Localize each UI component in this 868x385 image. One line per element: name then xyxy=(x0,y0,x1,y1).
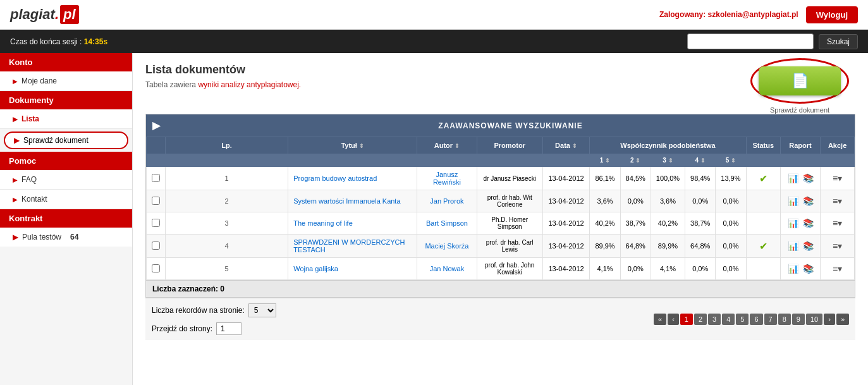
page-button[interactable]: 6 xyxy=(750,314,762,325)
page-button[interactable]: » xyxy=(836,314,849,325)
records-select[interactable]: 5 10 20 xyxy=(248,303,276,317)
book-icon[interactable]: 📚 xyxy=(803,196,814,206)
row-status: ✔ xyxy=(746,235,780,258)
th-c4[interactable]: 4 ⇕ xyxy=(685,154,716,167)
page-button[interactable]: ‹ xyxy=(668,314,679,325)
th-c1[interactable]: 1 ⇕ xyxy=(590,154,620,167)
book-icon[interactable]: 📚 xyxy=(803,241,814,251)
row-lp: 4 xyxy=(166,235,288,258)
pagination-area: Liczba rekordów na stronie: 5 10 20 Prze… xyxy=(145,298,855,340)
arrow-icon: ▶ xyxy=(13,78,18,85)
logout-button[interactable]: Wyloguj xyxy=(806,6,858,23)
goto-page-input[interactable] xyxy=(216,322,241,335)
page-button[interactable]: 3 xyxy=(708,314,721,325)
arrow-right-icon: ▶ xyxy=(152,120,160,131)
row-title[interactable]: SPRAWDZENI W MORDERCZYCH TESTACH xyxy=(288,235,417,258)
row-lp: 3 xyxy=(166,212,288,235)
th-checkbox xyxy=(147,137,166,154)
sidebar-item-faq[interactable]: ▶ FAQ xyxy=(0,170,132,190)
row-author[interactable]: Jan Nowak xyxy=(417,258,477,280)
upload-document-button[interactable]: 📄 xyxy=(759,66,841,95)
row-c4: 0,0% xyxy=(685,258,716,280)
page-button[interactable]: 5 xyxy=(736,314,749,325)
menu-icon[interactable]: ≡▾ xyxy=(833,264,842,274)
row-checkbox[interactable] xyxy=(152,197,160,205)
row-status xyxy=(746,212,780,235)
menu-icon[interactable]: ≡▾ xyxy=(833,241,842,251)
row-title[interactable]: System wartości Immanuela Kanta xyxy=(288,190,417,212)
th-autor[interactable]: Autor ⇕ xyxy=(417,137,477,154)
row-c1: 86,1% xyxy=(590,167,620,190)
sidebar-item-moje-dane[interactable]: ▶ Moje dane xyxy=(0,71,132,91)
th-c2[interactable]: 2 ⇕ xyxy=(620,154,651,167)
page-button[interactable]: 2 xyxy=(694,314,707,325)
arrow-icon-kontakt: ▶ xyxy=(13,196,18,203)
subtitle-link[interactable]: wyniki analizy antyplagiatowej. xyxy=(198,80,301,89)
row-title[interactable]: Program budowy autostrad xyxy=(288,167,417,190)
sidebar-item-kontakt[interactable]: ▶ Kontakt xyxy=(0,190,132,209)
row-checkbox[interactable] xyxy=(152,241,160,250)
row-c3: 40,2% xyxy=(651,212,685,235)
table-row: 5 Wojna galijska Jan Nowak prof. dr hab.… xyxy=(147,258,855,280)
row-author[interactable]: Bart Simpson xyxy=(417,212,477,235)
search-input[interactable] xyxy=(687,34,814,49)
menu-icon[interactable]: ≡▾ xyxy=(833,173,842,183)
th-c5[interactable]: 5 ⇕ xyxy=(716,154,746,167)
row-date: 13-04-2012 xyxy=(542,190,590,212)
th-c3[interactable]: 3 ⇕ xyxy=(651,154,685,167)
book-icon[interactable]: 📚 xyxy=(803,264,814,274)
row-title[interactable]: Wojna galijska xyxy=(288,258,417,280)
th-tytul[interactable]: Tytuł ⇕ xyxy=(288,137,417,154)
upload-ring: 📄 xyxy=(750,58,849,104)
row-c1: 3,6% xyxy=(590,190,620,212)
page-button[interactable]: 1 xyxy=(680,314,693,325)
th-data[interactable]: Data ⇕ xyxy=(542,137,590,154)
upload-btn-label: Sprawdź dokument xyxy=(750,106,849,114)
page-button[interactable]: 10 xyxy=(806,314,822,325)
row-date: 13-04-2012 xyxy=(542,212,590,235)
row-author[interactable]: Jan Prorok xyxy=(417,190,477,212)
sidebar-section-konto: Konto xyxy=(0,53,132,71)
page-subtitle: Tabela zawiera wyniki analizy antyplagia… xyxy=(145,80,855,89)
bar-chart-icon[interactable]: 📊 xyxy=(788,173,798,183)
row-checkbox[interactable] xyxy=(152,174,160,182)
sidebar-item-lista[interactable]: ▶ Lista xyxy=(0,109,132,129)
row-c2: 0,0% xyxy=(620,258,651,280)
sidebar-section-dokumenty: Dokumenty xyxy=(0,91,132,109)
status-check-icon: ✔ xyxy=(759,241,767,252)
bar-chart-icon[interactable]: 📊 xyxy=(788,241,798,251)
row-date: 13-04-2012 xyxy=(542,258,590,280)
page-button[interactable]: 4 xyxy=(722,314,735,325)
row-lp: 5 xyxy=(166,258,288,280)
menu-icon[interactable]: ≡▾ xyxy=(833,218,842,228)
row-author[interactable]: Maciej Skorża xyxy=(417,235,477,258)
row-date: 13-04-2012 xyxy=(542,167,590,190)
bar-chart-icon[interactable]: 📊 xyxy=(788,264,798,274)
book-icon[interactable]: 📚 xyxy=(803,173,814,183)
bar-chart-icon[interactable]: 📊 xyxy=(788,218,798,228)
page-button[interactable]: 9 xyxy=(792,314,805,325)
row-checkbox[interactable] xyxy=(152,219,160,227)
search-button[interactable]: Szukaj xyxy=(819,34,858,49)
page-button[interactable]: « xyxy=(654,314,666,325)
row-title[interactable]: The meaning of life xyxy=(288,212,417,235)
arrow-icon-faq: ▶ xyxy=(13,176,18,183)
adv-search-toggle[interactable]: ▶ xyxy=(146,114,166,137)
row-c2: 84,5% xyxy=(620,167,651,190)
page-button[interactable]: 8 xyxy=(778,314,791,325)
sidebar-item-pula[interactable]: ▶ Pula testów 64 xyxy=(0,228,132,247)
sidebar-item-sprawdz[interactable]: ▶ Sprawdź dokument xyxy=(4,131,128,149)
row-checkbox[interactable] xyxy=(152,264,160,272)
row-author[interactable]: Janusz Rewiński xyxy=(417,167,477,190)
documents-table: Lp. Tytuł ⇕ Autor ⇕ Promotor Data ⇕ Wspó… xyxy=(146,137,855,280)
row-status: ✔ xyxy=(746,167,780,190)
row-c3: 4,1% xyxy=(651,258,685,280)
page-button[interactable]: 7 xyxy=(764,314,777,325)
row-promotor: prof. dr hab. John Kowalski xyxy=(477,258,542,280)
page-button[interactable]: › xyxy=(824,314,835,325)
adv-search-bar[interactable]: ▶ ZAAWANSOWANE WYSZUKIWANIE xyxy=(146,114,855,137)
bar-chart-icon[interactable]: 📊 xyxy=(788,196,798,206)
sort-icon-autor: ⇕ xyxy=(455,143,460,149)
menu-icon[interactable]: ≡▾ xyxy=(833,196,842,206)
book-icon[interactable]: 📚 xyxy=(803,218,814,228)
